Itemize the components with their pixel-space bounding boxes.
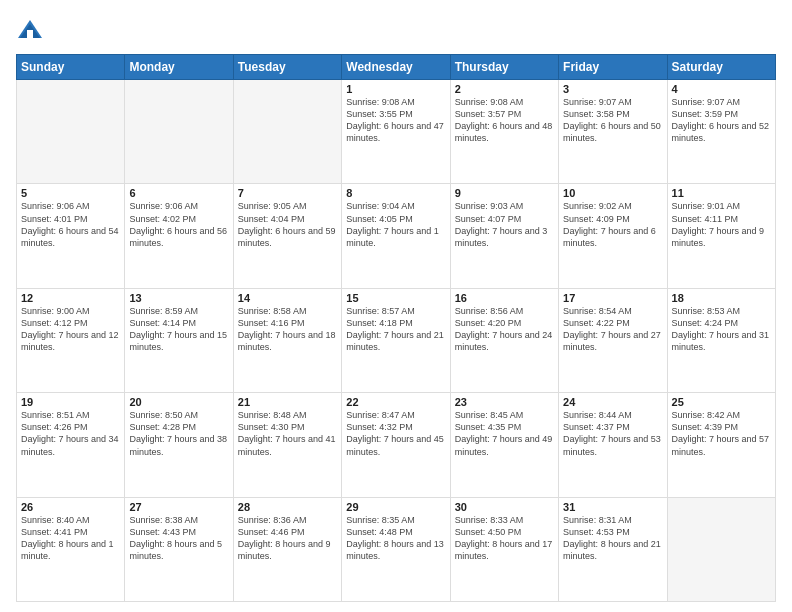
calendar-week-row: 1Sunrise: 9:08 AM Sunset: 3:55 PM Daylig… xyxy=(17,80,776,184)
calendar-table: SundayMondayTuesdayWednesdayThursdayFrid… xyxy=(16,54,776,602)
calendar-day: 30Sunrise: 8:33 AM Sunset: 4:50 PM Dayli… xyxy=(450,497,558,601)
calendar-week-row: 19Sunrise: 8:51 AM Sunset: 4:26 PM Dayli… xyxy=(17,393,776,497)
calendar-day: 27Sunrise: 8:38 AM Sunset: 4:43 PM Dayli… xyxy=(125,497,233,601)
calendar-day: 22Sunrise: 8:47 AM Sunset: 4:32 PM Dayli… xyxy=(342,393,450,497)
calendar-day: 19Sunrise: 8:51 AM Sunset: 4:26 PM Dayli… xyxy=(17,393,125,497)
day-info: Sunrise: 8:35 AM Sunset: 4:48 PM Dayligh… xyxy=(346,514,445,563)
day-number: 4 xyxy=(672,83,771,95)
calendar-day: 31Sunrise: 8:31 AM Sunset: 4:53 PM Dayli… xyxy=(559,497,667,601)
logo xyxy=(16,16,46,44)
day-number: 12 xyxy=(21,292,120,304)
day-number: 3 xyxy=(563,83,662,95)
day-info: Sunrise: 9:08 AM Sunset: 3:55 PM Dayligh… xyxy=(346,96,445,145)
day-info: Sunrise: 8:53 AM Sunset: 4:24 PM Dayligh… xyxy=(672,305,771,354)
day-info: Sunrise: 8:40 AM Sunset: 4:41 PM Dayligh… xyxy=(21,514,120,563)
calendar-empty xyxy=(125,80,233,184)
calendar-day: 2Sunrise: 9:08 AM Sunset: 3:57 PM Daylig… xyxy=(450,80,558,184)
day-info: Sunrise: 9:07 AM Sunset: 3:59 PM Dayligh… xyxy=(672,96,771,145)
calendar-day: 21Sunrise: 8:48 AM Sunset: 4:30 PM Dayli… xyxy=(233,393,341,497)
day-info: Sunrise: 8:59 AM Sunset: 4:14 PM Dayligh… xyxy=(129,305,228,354)
day-info: Sunrise: 8:42 AM Sunset: 4:39 PM Dayligh… xyxy=(672,409,771,458)
day-info: Sunrise: 8:56 AM Sunset: 4:20 PM Dayligh… xyxy=(455,305,554,354)
day-info: Sunrise: 9:07 AM Sunset: 3:58 PM Dayligh… xyxy=(563,96,662,145)
day-number: 20 xyxy=(129,396,228,408)
calendar-day: 24Sunrise: 8:44 AM Sunset: 4:37 PM Dayli… xyxy=(559,393,667,497)
day-number: 30 xyxy=(455,501,554,513)
day-number: 26 xyxy=(21,501,120,513)
day-number: 7 xyxy=(238,187,337,199)
calendar-day: 3Sunrise: 9:07 AM Sunset: 3:58 PM Daylig… xyxy=(559,80,667,184)
day-number: 10 xyxy=(563,187,662,199)
calendar-day: 5Sunrise: 9:06 AM Sunset: 4:01 PM Daylig… xyxy=(17,184,125,288)
day-info: Sunrise: 8:33 AM Sunset: 4:50 PM Dayligh… xyxy=(455,514,554,563)
calendar-empty xyxy=(17,80,125,184)
calendar-empty xyxy=(667,497,775,601)
calendar-day: 13Sunrise: 8:59 AM Sunset: 4:14 PM Dayli… xyxy=(125,288,233,392)
day-info: Sunrise: 8:51 AM Sunset: 4:26 PM Dayligh… xyxy=(21,409,120,458)
page: SundayMondayTuesdayWednesdayThursdayFrid… xyxy=(0,0,792,612)
day-number: 18 xyxy=(672,292,771,304)
svg-rect-2 xyxy=(27,30,33,38)
day-info: Sunrise: 8:31 AM Sunset: 4:53 PM Dayligh… xyxy=(563,514,662,563)
day-number: 23 xyxy=(455,396,554,408)
day-number: 21 xyxy=(238,396,337,408)
day-info: Sunrise: 8:47 AM Sunset: 4:32 PM Dayligh… xyxy=(346,409,445,458)
weekday-header: Monday xyxy=(125,55,233,80)
calendar-day: 20Sunrise: 8:50 AM Sunset: 4:28 PM Dayli… xyxy=(125,393,233,497)
calendar-day: 14Sunrise: 8:58 AM Sunset: 4:16 PM Dayli… xyxy=(233,288,341,392)
weekday-header: Thursday xyxy=(450,55,558,80)
day-number: 28 xyxy=(238,501,337,513)
header xyxy=(16,16,776,44)
day-number: 25 xyxy=(672,396,771,408)
calendar-header-row: SundayMondayTuesdayWednesdayThursdayFrid… xyxy=(17,55,776,80)
day-number: 29 xyxy=(346,501,445,513)
calendar-day: 23Sunrise: 8:45 AM Sunset: 4:35 PM Dayli… xyxy=(450,393,558,497)
day-number: 8 xyxy=(346,187,445,199)
day-info: Sunrise: 8:50 AM Sunset: 4:28 PM Dayligh… xyxy=(129,409,228,458)
calendar-day: 16Sunrise: 8:56 AM Sunset: 4:20 PM Dayli… xyxy=(450,288,558,392)
day-number: 16 xyxy=(455,292,554,304)
day-number: 5 xyxy=(21,187,120,199)
calendar-week-row: 12Sunrise: 9:00 AM Sunset: 4:12 PM Dayli… xyxy=(17,288,776,392)
calendar-week-row: 5Sunrise: 9:06 AM Sunset: 4:01 PM Daylig… xyxy=(17,184,776,288)
day-number: 24 xyxy=(563,396,662,408)
calendar-day: 28Sunrise: 8:36 AM Sunset: 4:46 PM Dayli… xyxy=(233,497,341,601)
calendar-day: 1Sunrise: 9:08 AM Sunset: 3:55 PM Daylig… xyxy=(342,80,450,184)
calendar-day: 15Sunrise: 8:57 AM Sunset: 4:18 PM Dayli… xyxy=(342,288,450,392)
day-info: Sunrise: 9:02 AM Sunset: 4:09 PM Dayligh… xyxy=(563,200,662,249)
day-info: Sunrise: 9:03 AM Sunset: 4:07 PM Dayligh… xyxy=(455,200,554,249)
calendar-day: 26Sunrise: 8:40 AM Sunset: 4:41 PM Dayli… xyxy=(17,497,125,601)
calendar-week-row: 26Sunrise: 8:40 AM Sunset: 4:41 PM Dayli… xyxy=(17,497,776,601)
day-number: 11 xyxy=(672,187,771,199)
day-info: Sunrise: 9:08 AM Sunset: 3:57 PM Dayligh… xyxy=(455,96,554,145)
day-number: 22 xyxy=(346,396,445,408)
calendar-day: 8Sunrise: 9:04 AM Sunset: 4:05 PM Daylig… xyxy=(342,184,450,288)
weekday-header: Friday xyxy=(559,55,667,80)
calendar-day: 4Sunrise: 9:07 AM Sunset: 3:59 PM Daylig… xyxy=(667,80,775,184)
day-number: 6 xyxy=(129,187,228,199)
calendar-day: 10Sunrise: 9:02 AM Sunset: 4:09 PM Dayli… xyxy=(559,184,667,288)
weekday-header: Wednesday xyxy=(342,55,450,80)
day-number: 9 xyxy=(455,187,554,199)
logo-icon xyxy=(16,16,44,44)
day-info: Sunrise: 9:06 AM Sunset: 4:02 PM Dayligh… xyxy=(129,200,228,249)
calendar-day: 25Sunrise: 8:42 AM Sunset: 4:39 PM Dayli… xyxy=(667,393,775,497)
day-info: Sunrise: 9:01 AM Sunset: 4:11 PM Dayligh… xyxy=(672,200,771,249)
day-number: 2 xyxy=(455,83,554,95)
day-number: 17 xyxy=(563,292,662,304)
day-number: 31 xyxy=(563,501,662,513)
weekday-header: Sunday xyxy=(17,55,125,80)
day-info: Sunrise: 8:44 AM Sunset: 4:37 PM Dayligh… xyxy=(563,409,662,458)
day-info: Sunrise: 8:58 AM Sunset: 4:16 PM Dayligh… xyxy=(238,305,337,354)
weekday-header: Tuesday xyxy=(233,55,341,80)
weekday-header: Saturday xyxy=(667,55,775,80)
calendar-day: 17Sunrise: 8:54 AM Sunset: 4:22 PM Dayli… xyxy=(559,288,667,392)
calendar-day: 11Sunrise: 9:01 AM Sunset: 4:11 PM Dayli… xyxy=(667,184,775,288)
day-number: 13 xyxy=(129,292,228,304)
day-info: Sunrise: 8:45 AM Sunset: 4:35 PM Dayligh… xyxy=(455,409,554,458)
day-info: Sunrise: 8:36 AM Sunset: 4:46 PM Dayligh… xyxy=(238,514,337,563)
day-info: Sunrise: 8:38 AM Sunset: 4:43 PM Dayligh… xyxy=(129,514,228,563)
day-info: Sunrise: 9:04 AM Sunset: 4:05 PM Dayligh… xyxy=(346,200,445,249)
day-number: 19 xyxy=(21,396,120,408)
day-number: 27 xyxy=(129,501,228,513)
